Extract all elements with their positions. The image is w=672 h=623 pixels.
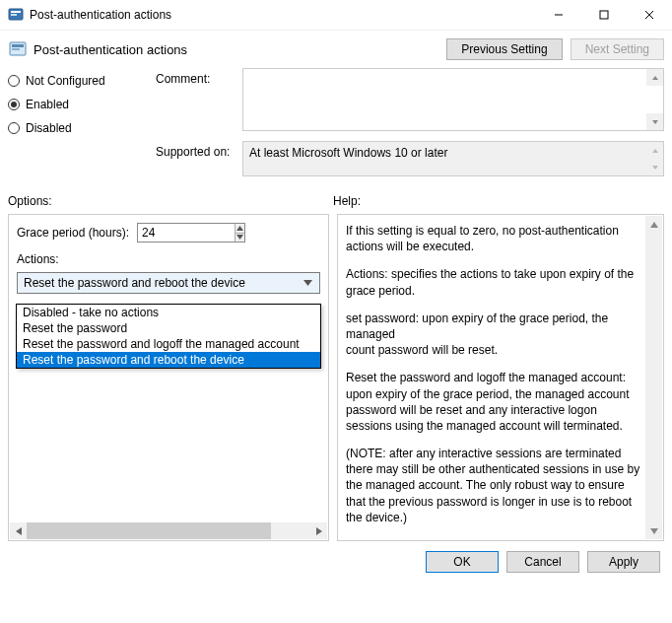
help-text: Actions: specifies the actions to take u… [346, 266, 641, 298]
svg-rect-9 [12, 48, 20, 50]
actions-label: Actions: [17, 252, 320, 266]
options-section-label: Options: [8, 194, 333, 208]
help-text: Reset the password and logoff the manage… [346, 370, 641, 434]
close-button[interactable] [627, 0, 672, 30]
svg-marker-15 [236, 235, 243, 240]
spinner-down-icon[interactable] [235, 233, 244, 242]
svg-marker-19 [650, 222, 658, 228]
svg-rect-8 [12, 44, 24, 47]
supported-on-value: At least Microsoft Windows 10 or later [242, 141, 664, 176]
scroll-up-icon[interactable] [646, 69, 663, 86]
grace-period-input[interactable] [138, 224, 235, 242]
comment-textarea[interactable] [242, 68, 664, 131]
comment-label: Comment: [156, 68, 242, 86]
dropdown-item[interactable]: Disabled - take no actions [17, 305, 320, 320]
svg-marker-14 [236, 226, 243, 231]
setting-title: Post-authentication actions [34, 42, 187, 57]
scroll-left-icon[interactable] [10, 522, 27, 539]
svg-marker-13 [652, 166, 658, 170]
help-text: set password: upon expiry of the grace p… [346, 311, 641, 359]
combobox-selected-value: Reset the password and reboot the device [24, 276, 245, 290]
help-section-label: Help: [333, 194, 664, 208]
scroll-track[interactable] [645, 233, 662, 522]
options-panel: Grace period (hours): Actions: Reset the… [8, 214, 329, 541]
radio-icon [8, 75, 20, 87]
dropdown-item[interactable]: Reset the password [17, 320, 320, 336]
help-text: If this setting is equal to zero, no pos… [346, 223, 641, 254]
chevron-down-icon [300, 280, 315, 286]
actions-combobox[interactable]: Reset the password and reboot the device [17, 272, 320, 294]
title-bar: Post-authentication actions [0, 0, 672, 31]
grace-period-spinner[interactable] [137, 223, 245, 242]
window-title: Post-authentication actions [30, 8, 536, 22]
next-setting-button: Next Setting [571, 38, 664, 60]
radio-label: Enabled [26, 98, 69, 111]
grace-period-label: Grace period (hours): [17, 226, 129, 240]
spinner-up-icon[interactable] [235, 224, 244, 233]
app-icon [8, 7, 24, 23]
state-radio-group: Not Configured Enabled Disabled [8, 68, 156, 182]
dropdown-item[interactable]: Reset the password and reboot the device [17, 352, 320, 368]
scroll-right-icon[interactable] [310, 522, 327, 539]
scroll-up-icon[interactable] [645, 216, 662, 233]
svg-rect-2 [11, 14, 17, 16]
svg-marker-18 [316, 527, 322, 535]
svg-marker-20 [650, 528, 658, 534]
radio-icon [8, 99, 20, 110]
help-panel: If this setting is equal to zero, no pos… [337, 214, 664, 541]
radio-disabled[interactable]: Disabled [8, 121, 156, 135]
svg-marker-17 [16, 527, 22, 535]
radio-not-configured[interactable]: Not Configured [8, 74, 156, 88]
radio-label: Disabled [26, 121, 72, 135]
scroll-down-icon[interactable] [645, 522, 662, 539]
dialog-footer: OK Cancel Apply [0, 541, 672, 573]
scroll-down-icon[interactable] [646, 113, 663, 130]
svg-rect-1 [11, 11, 21, 13]
scroll-track[interactable] [27, 522, 310, 539]
setting-icon [8, 39, 28, 59]
dropdown-item[interactable]: Reset the password and logoff the manage… [17, 336, 320, 352]
scroll-thumb[interactable] [27, 522, 271, 539]
setting-header: Post-authentication actions Previous Set… [0, 31, 672, 64]
supported-on-text: At least Microsoft Windows 10 or later [249, 146, 447, 160]
radio-icon [8, 122, 20, 134]
supported-on-label: Supported on: [156, 141, 242, 159]
svg-marker-11 [652, 120, 658, 124]
cancel-button[interactable]: Cancel [506, 551, 579, 573]
minimize-button[interactable] [536, 0, 581, 30]
help-text: Reset the password and reboot: upon expi… [346, 537, 641, 541]
svg-marker-10 [652, 76, 658, 80]
ok-button[interactable]: OK [426, 551, 499, 573]
scroll-up-icon [646, 142, 663, 159]
radio-label: Not Configured [26, 74, 105, 88]
svg-marker-12 [652, 149, 658, 153]
help-text: (NOTE: after any interactive sessions ar… [346, 446, 641, 525]
scroll-down-icon [646, 159, 663, 175]
maximize-button[interactable] [581, 0, 627, 30]
apply-button[interactable]: Apply [587, 551, 660, 573]
actions-dropdown-list[interactable]: Disabled - take no actionsReset the pass… [16, 304, 321, 369]
svg-rect-4 [600, 11, 608, 19]
radio-enabled[interactable]: Enabled [8, 98, 156, 111]
previous-setting-button[interactable]: Previous Setting [446, 38, 562, 60]
vertical-scrollbar[interactable] [645, 216, 662, 539]
horizontal-scrollbar[interactable] [10, 522, 327, 539]
svg-marker-16 [303, 280, 312, 286]
